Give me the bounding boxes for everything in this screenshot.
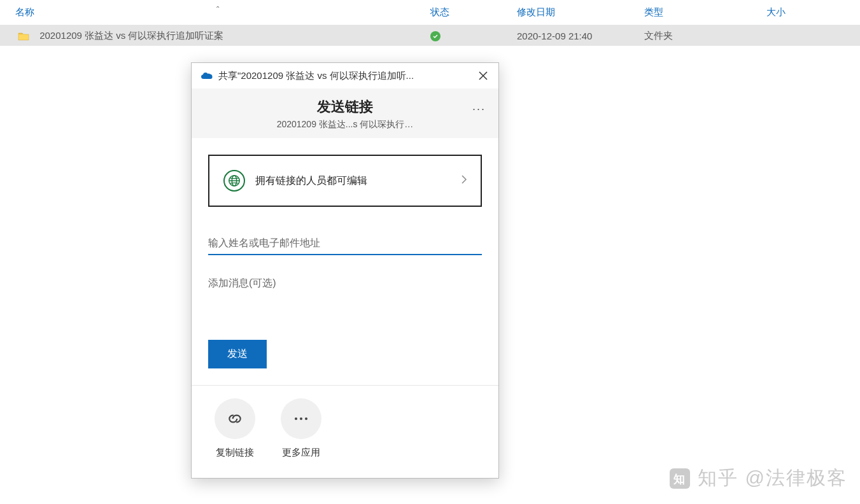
- column-header-size[interactable]: 大小: [761, 6, 844, 18]
- file-type-cell: 文件夹: [639, 30, 761, 42]
- table-header-row: 名称 ⌃ 状态 修改日期 类型 大小: [0, 0, 860, 25]
- globe-icon: [223, 170, 245, 192]
- dialog-body: 拥有链接的人员都可编辑 发送 复制链接: [192, 138, 498, 478]
- dialog-header: 发送链接 20201209 张益达...s 何以琛执行… ···: [192, 88, 498, 138]
- more-apps-button[interactable]: 更多应用: [281, 398, 321, 459]
- dialog-titlebar: 共享"20201209 张益达 vs 何以琛执行追加听...: [192, 63, 498, 88]
- share-dialog: 共享"20201209 张益达 vs 何以琛执行追加听... 发送链接 2020…: [191, 62, 499, 479]
- more-apps-label: 更多应用: [282, 447, 320, 459]
- dialog-subtitle: 20201209 张益达...s 何以琛执行…: [204, 119, 486, 130]
- recipient-input[interactable]: [208, 232, 482, 255]
- ellipsis-icon: [281, 398, 321, 439]
- table-row[interactable]: 20201209 张益达 vs 何以琛执行追加听证案 2020-12-09 21…: [0, 25, 860, 46]
- file-date-cell: 2020-12-09 21:40: [512, 31, 639, 41]
- column-header-name[interactable]: 名称 ⌃: [0, 6, 425, 18]
- copy-link-button[interactable]: 复制链接: [215, 398, 255, 459]
- svg-text:知: 知: [673, 473, 686, 486]
- message-input[interactable]: [208, 274, 482, 325]
- file-name-text: 20201209 张益达 vs 何以琛执行追加听证案: [39, 30, 223, 41]
- watermark-text: 知乎 @法律极客: [698, 465, 847, 491]
- send-button[interactable]: 发送: [208, 340, 267, 368]
- column-header-type[interactable]: 类型: [639, 6, 761, 18]
- svg-point-4: [300, 417, 302, 420]
- zhihu-icon: 知: [668, 467, 691, 490]
- file-name-cell: 20201209 张益达 vs 何以琛执行追加听证案: [0, 30, 425, 42]
- dialog-heading: 发送链接: [204, 97, 486, 116]
- column-header-date[interactable]: 修改日期: [512, 6, 639, 18]
- svg-point-5: [305, 417, 307, 420]
- watermark: 知 知乎 @法律极客: [668, 465, 847, 491]
- copy-link-label: 复制链接: [216, 447, 254, 459]
- close-button[interactable]: [474, 67, 492, 85]
- file-status-cell: [425, 31, 512, 41]
- link-icon: [215, 398, 255, 439]
- dialog-title: 共享"20201209 张益达 vs 何以琛执行追加听...: [218, 70, 474, 82]
- chevron-right-icon: [462, 175, 467, 186]
- sort-indicator-icon: ⌃: [215, 5, 220, 12]
- folder-icon: [18, 32, 29, 41]
- svg-point-3: [295, 417, 297, 420]
- link-settings-text: 拥有链接的人员都可编辑: [255, 174, 436, 188]
- actions-row: 复制链接 更多应用: [208, 386, 482, 464]
- sync-status-icon: [430, 31, 441, 41]
- onedrive-icon: [201, 71, 213, 80]
- file-explorer-table: 名称 ⌃ 状态 修改日期 类型 大小 20201209 张益达 vs 何以琛执行…: [0, 0, 860, 46]
- column-header-status[interactable]: 状态: [425, 6, 512, 18]
- link-settings-button[interactable]: 拥有链接的人员都可编辑: [208, 155, 482, 207]
- more-options-button[interactable]: ···: [472, 102, 486, 116]
